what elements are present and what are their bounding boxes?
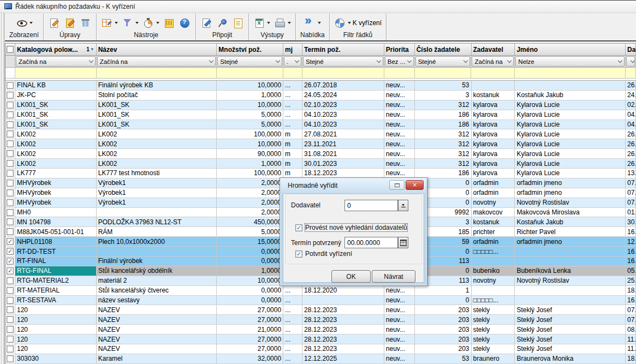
row-checkbox[interactable] bbox=[7, 287, 14, 294]
row-checkbox[interactable] bbox=[7, 82, 14, 89]
view-button[interactable] bbox=[15, 16, 34, 29]
termin-calendar-button[interactable] bbox=[398, 237, 408, 248]
search-input-termin[interactable] bbox=[302, 68, 384, 78]
grid-tools-button[interactable] bbox=[100, 16, 119, 29]
column-header-mnozstvi[interactable]: Množství pož. bbox=[217, 44, 283, 55]
row-checkbox[interactable] bbox=[7, 189, 14, 196]
new-record-button[interactable] bbox=[47, 16, 61, 29]
attach-note-button[interactable] bbox=[199, 16, 213, 29]
column-header-mj[interactable]: mj bbox=[283, 44, 302, 55]
row-checkbox[interactable] bbox=[7, 209, 14, 216]
table-row[interactable]: LK002LK002100,0000m27.08.2021neuv...312k… bbox=[5, 129, 636, 139]
column-header-katalog[interactable]: Katalogová polож...1▼ bbox=[15, 44, 97, 55]
help-button[interactable] bbox=[178, 16, 192, 29]
column-header-priorita[interactable]: Priorita bbox=[384, 44, 415, 55]
dodavatel-input[interactable]: 0 bbox=[344, 200, 398, 211]
table-row[interactable]: 120NAZEV27,0000...28.12.2023neuv...203st… bbox=[5, 305, 636, 315]
filter-operator-priorita[interactable]: Bez ... bbox=[385, 56, 414, 67]
delete-record-button[interactable] bbox=[79, 16, 93, 29]
row-filter-button[interactable]: K vyřízení bbox=[333, 16, 383, 29]
search-input-da[interactable] bbox=[626, 68, 636, 78]
dodavatel-lookup-button[interactable]: ▼ bbox=[398, 200, 408, 211]
row-checkbox[interactable] bbox=[7, 218, 14, 225]
column-header-sel[interactable] bbox=[5, 44, 15, 55]
search-input-zadavatel[interactable] bbox=[471, 68, 515, 78]
row-checkbox[interactable] bbox=[7, 297, 14, 304]
row-checkbox[interactable] bbox=[7, 160, 14, 167]
row-checkbox[interactable]: ✓ bbox=[7, 248, 14, 255]
table-row[interactable]: 120NAZEV21,0000...28.12.2023neuv...203st… bbox=[5, 325, 636, 335]
row-checkbox[interactable] bbox=[7, 316, 14, 323]
table-row[interactable]: LK001_SKLK001_SK5,0000...04.10.2023neuv.… bbox=[5, 110, 636, 120]
confirm-label[interactable]: Potvrdit vyřízení bbox=[305, 250, 352, 258]
row-checkbox[interactable] bbox=[7, 355, 14, 362]
column-header-jmeno[interactable]: Jméno bbox=[515, 44, 626, 55]
search-input-katalog[interactable] bbox=[15, 68, 97, 78]
filter-operator-cislo[interactable]: Stejné bbox=[415, 56, 471, 67]
table-row[interactable]: 120NAZEV27,0000...28.12.2023neuv...203st… bbox=[5, 315, 636, 325]
table-row[interactable]: RT-MATERIALStůl kancelářský čtverec0,000… bbox=[5, 286, 636, 296]
search-input-mj[interactable] bbox=[283, 68, 302, 78]
search-input-cislo[interactable] bbox=[415, 68, 472, 78]
attach-pin-button[interactable] bbox=[215, 16, 229, 29]
filter-operator-mj[interactable]: . bbox=[284, 56, 301, 67]
column-header-cislo[interactable]: Číslo žadatele bbox=[415, 44, 472, 55]
menu-button[interactable] bbox=[303, 16, 322, 29]
history-button[interactable] bbox=[141, 16, 161, 29]
search-input-jmeno[interactable] bbox=[515, 68, 626, 78]
row-checkbox[interactable] bbox=[7, 111, 14, 118]
settings-button[interactable] bbox=[162, 16, 176, 29]
table-row[interactable]: 120NAZEV27,0000...28.12.2023neuv...203st… bbox=[5, 344, 636, 354]
table-row[interactable]: JK-PCStolní počítač1,0000...24.05.2024ne… bbox=[5, 91, 636, 100]
ok-button[interactable]: OK bbox=[331, 270, 371, 283]
column-header-zadavatel[interactable]: Zadavatel bbox=[472, 44, 515, 55]
row-checkbox[interactable] bbox=[7, 150, 14, 157]
row-checkbox[interactable] bbox=[7, 170, 14, 177]
row-checkbox[interactable]: ✓ bbox=[7, 258, 14, 265]
row-checkbox[interactable] bbox=[7, 336, 14, 343]
termin-input[interactable]: 00.00.0000 bbox=[344, 237, 398, 248]
search-input-nazev[interactable] bbox=[97, 68, 217, 78]
table-row[interactable]: 303030Karamel32,0000...12.12.2025neuv...… bbox=[5, 354, 636, 364]
row-checkbox[interactable]: ✓ bbox=[7, 238, 14, 245]
row-checkbox[interactable] bbox=[7, 326, 14, 333]
row-checkbox[interactable] bbox=[7, 121, 14, 128]
table-row[interactable]: RT-SESTAVAnázev sestavy0,0000...neuv...0… bbox=[5, 296, 636, 306]
dialog-restore-button[interactable] bbox=[389, 180, 405, 190]
filter-button[interactable] bbox=[121, 16, 140, 29]
row-checkbox[interactable] bbox=[7, 180, 14, 187]
search-suppliers-checkbox[interactable]: ✓ bbox=[295, 224, 302, 231]
column-header-termin[interactable]: Termín pož. bbox=[302, 44, 384, 55]
filter-operator-nazev[interactable]: Začíná na bbox=[97, 56, 216, 67]
dialog-close-button[interactable]: ✕ bbox=[406, 180, 424, 190]
search-input-priorita[interactable] bbox=[384, 68, 415, 78]
row-checkbox[interactable] bbox=[7, 306, 14, 313]
search-suppliers-label[interactable]: Provést nové vyhledání dodavatelů bbox=[305, 224, 407, 231]
filter-operator-termin[interactable]: Stejné bbox=[303, 56, 383, 67]
column-header-da[interactable]: Da bbox=[626, 44, 636, 55]
confirm-checkbox[interactable]: ✓ bbox=[295, 250, 302, 258]
filter-operator-da[interactable]: Ste bbox=[626, 56, 635, 67]
row-checkbox[interactable] bbox=[7, 228, 14, 235]
print-button[interactable] bbox=[273, 16, 292, 29]
row-checkbox[interactable] bbox=[7, 140, 14, 147]
filter-operator-mnozstvi[interactable]: Stejné bbox=[217, 56, 282, 67]
table-row[interactable]: LK002LK0021,0000m30.01.2023neuv...312kyl… bbox=[5, 159, 636, 169]
table-row[interactable]: LK001_SKLK001_SK5,0000...04.10.2023neuv.… bbox=[5, 120, 636, 130]
filter-operator-zadavatel[interactable]: Začíná na bbox=[472, 56, 514, 67]
export-excel-button[interactable] bbox=[252, 16, 271, 29]
search-input-mnozstvi[interactable] bbox=[217, 68, 283, 78]
filter-operator-katalog[interactable]: Začíná na bbox=[16, 56, 96, 67]
edit-record-button[interactable] bbox=[63, 16, 77, 29]
table-row[interactable]: LK002LK00290,0000m31.08.2021neuv...312ky… bbox=[5, 149, 636, 159]
row-checkbox[interactable] bbox=[7, 92, 14, 99]
row-checkbox[interactable] bbox=[7, 345, 14, 353]
row-checkbox[interactable] bbox=[7, 277, 14, 284]
filter-operator-jmeno[interactable]: Nelze bbox=[515, 56, 625, 67]
select-all-checkbox[interactable] bbox=[7, 46, 14, 53]
row-checkbox[interactable] bbox=[7, 102, 14, 109]
table-row[interactable]: LK002LK00210,0000m23.11.2021neuv...312ky… bbox=[5, 139, 636, 149]
row-checkbox[interactable] bbox=[7, 199, 14, 206]
navrat-button[interactable]: Návrat bbox=[372, 270, 415, 283]
column-header-nazev[interactable]: Název bbox=[97, 44, 217, 55]
